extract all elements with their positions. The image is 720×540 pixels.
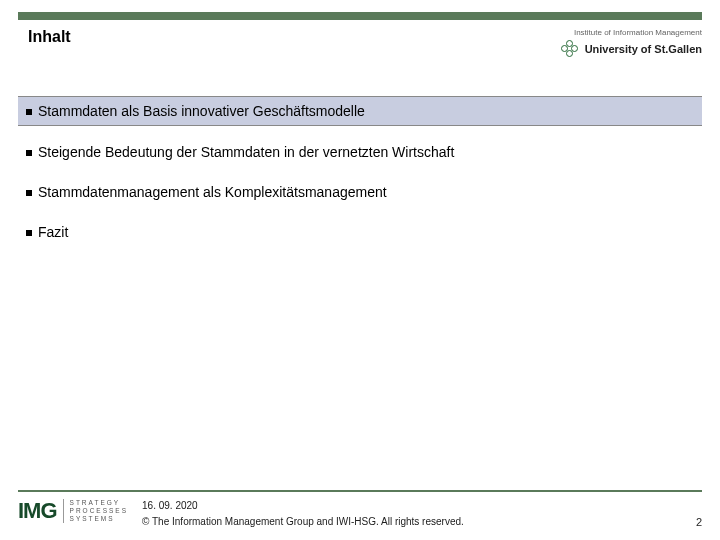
agenda-item: Steigende Bedeutung der Stammdaten in de… (18, 138, 702, 166)
footer-accent-line (18, 490, 702, 492)
agenda-item-text: Stammdaten als Basis innovativer Geschäf… (38, 103, 365, 119)
university-name: University of St.Gallen (585, 42, 702, 56)
footer-date: 16. 09. 2020 (142, 498, 682, 514)
top-accent-bar (18, 12, 702, 20)
university-logo: Institute of Information Management Univ… (561, 28, 702, 58)
page-number: 2 (696, 516, 702, 530)
footer-copyright: © The Information Management Group and I… (142, 514, 682, 530)
img-logo-mark: IMG (18, 498, 57, 524)
footer: IMG STRATEGY PROCESSES SYSTEMS 16. 09. 2… (0, 490, 720, 540)
agenda-item: Stammdatenmanagement als Komplexitätsman… (18, 178, 702, 206)
bullet-icon (26, 150, 32, 156)
bullet-icon (26, 109, 32, 115)
agenda-item-text: Steigende Bedeutung der Stammdaten in de… (38, 144, 454, 160)
bullet-icon (26, 190, 32, 196)
img-logo-tagline: STRATEGY PROCESSES SYSTEMS (63, 499, 128, 523)
flower-icon (561, 40, 579, 58)
institute-label: Institute of Information Management (561, 28, 702, 38)
agenda-item: Stammdaten als Basis innovativer Geschäf… (18, 96, 702, 126)
agenda-item-text: Fazit (38, 224, 68, 240)
header: Inhalt Institute of Information Manageme… (0, 20, 720, 58)
agenda-item: Fazit (18, 218, 702, 246)
agenda-list: Stammdaten als Basis innovativer Geschäf… (0, 96, 720, 246)
footer-text: 16. 09. 2020 © The Information Managemen… (142, 498, 682, 530)
agenda-item-text: Stammdatenmanagement als Komplexitätsman… (38, 184, 387, 200)
img-logo: IMG STRATEGY PROCESSES SYSTEMS (18, 498, 128, 524)
bullet-icon (26, 230, 32, 236)
page-title: Inhalt (28, 28, 71, 46)
